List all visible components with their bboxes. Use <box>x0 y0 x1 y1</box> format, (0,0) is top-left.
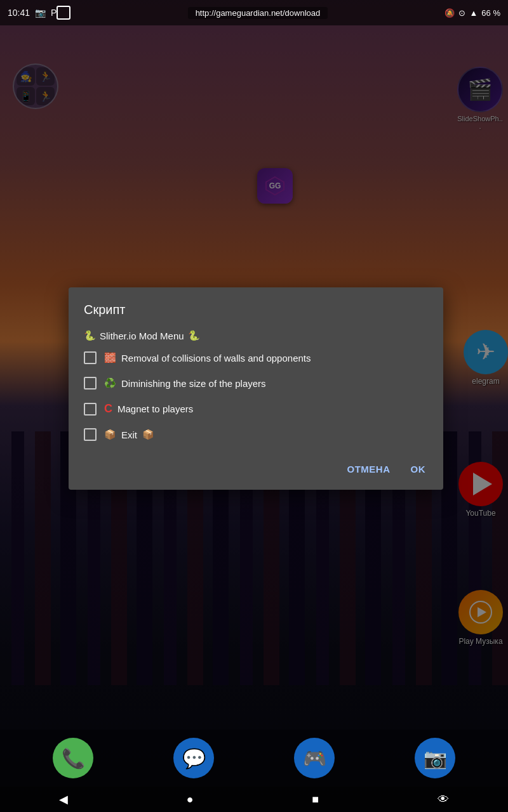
status-left: 10:41 📷 P <box>8 8 57 18</box>
diminish-label: Diminishing the size of the players <box>121 378 266 389</box>
dialog-actions: ОТМЕНА OK <box>84 454 428 480</box>
subtitle-snake1: 🐍 <box>84 330 96 341</box>
checkbox-item-diminish: ♻️ Diminishing the size of the players <box>84 377 428 390</box>
item-text-exit: 📦 Exit 📦 <box>104 429 154 440</box>
battery: 66 % <box>481 8 500 18</box>
collision-emoji: 🧱 <box>104 352 116 363</box>
back-button[interactable]: ◀ <box>46 787 81 811</box>
exit-emoji2: 📦 <box>142 429 154 440</box>
magnet-label: Magnet to players <box>117 403 193 414</box>
status-right: 🔕 ⊙ ▲ 66 % <box>444 8 500 18</box>
exit-label: Exit <box>121 429 137 440</box>
exit-emoji: 📦 <box>104 429 116 440</box>
messages-app-icon[interactable]: 💬 <box>173 738 214 778</box>
item-text-magnet: C Magnet to players <box>104 402 193 416</box>
window-button[interactable] <box>57 6 70 20</box>
vpn-icon: ⊙ <box>458 8 465 18</box>
time: 10:41 <box>8 8 30 18</box>
checkbox-collision[interactable] <box>84 351 97 364</box>
camera-app-icon[interactable]: 📷 <box>415 738 455 778</box>
ok-button[interactable]: OK <box>408 459 429 480</box>
item-text-diminish: ♻️ Diminishing the size of the players <box>104 377 266 389</box>
camera-icon: 📷 <box>424 747 447 769</box>
phone-app-icon[interactable]: 📞 <box>53 738 93 778</box>
subtitle-snake2: 🐍 <box>188 330 200 341</box>
games-app-icon[interactable]: 🎮 <box>294 738 335 778</box>
checkbox-item-collision: 🧱 Removal of collisions of walls and opp… <box>84 351 428 364</box>
dialog-subtitle: 🐍 Slither.io Mod Menu 🐍 <box>84 330 428 341</box>
dialog-title: Скрипт <box>84 303 428 317</box>
item-text-collision: 🧱 Removal of collisions of walls and opp… <box>104 352 311 363</box>
script-dialog: Скрипт 🐍 Slither.io Mod Menu 🐍 🧱 Removal… <box>69 287 443 490</box>
camera-indicator: 📷 <box>35 8 46 18</box>
diminish-emoji: ♻️ <box>104 377 116 389</box>
system-nav: ◀ ● ■ 👁 <box>0 787 508 812</box>
status-bar: 10:41 📷 P http://gameguardian.net/downlo… <box>0 0 508 25</box>
phone-icon: 📞 <box>62 747 85 769</box>
eye-icon[interactable]: 👁 <box>425 788 462 811</box>
cancel-button[interactable]: ОТМЕНА <box>345 459 393 480</box>
address-bar-top: http://gameguardian.net/download <box>70 8 444 18</box>
url-display: http://gameguardian.net/download <box>188 7 328 19</box>
magnet-emoji: C <box>104 402 112 416</box>
recent-button[interactable]: ■ <box>299 788 331 811</box>
checkbox-magnet[interactable] <box>84 403 97 416</box>
checkbox-item-magnet: C Magnet to players <box>84 402 428 416</box>
checkbox-item-exit: 📦 Exit 📦 <box>84 428 428 441</box>
subtitle-text: Slither.io Mod Menu <box>100 331 184 341</box>
checkbox-diminish[interactable] <box>84 377 97 390</box>
messages-icon: 💬 <box>182 747 206 769</box>
home-button[interactable]: ● <box>174 788 206 811</box>
nav-bar: 📞 💬 🎮 📷 <box>0 730 508 787</box>
p-indicator: P <box>51 8 57 18</box>
mute-icon: 🔕 <box>444 8 455 18</box>
games-icon: 🎮 <box>303 747 326 769</box>
checkbox-exit[interactable] <box>84 428 97 441</box>
wifi-icon: ▲ <box>469 8 478 18</box>
collision-label: Removal of collisions of walls and oppon… <box>121 353 311 363</box>
